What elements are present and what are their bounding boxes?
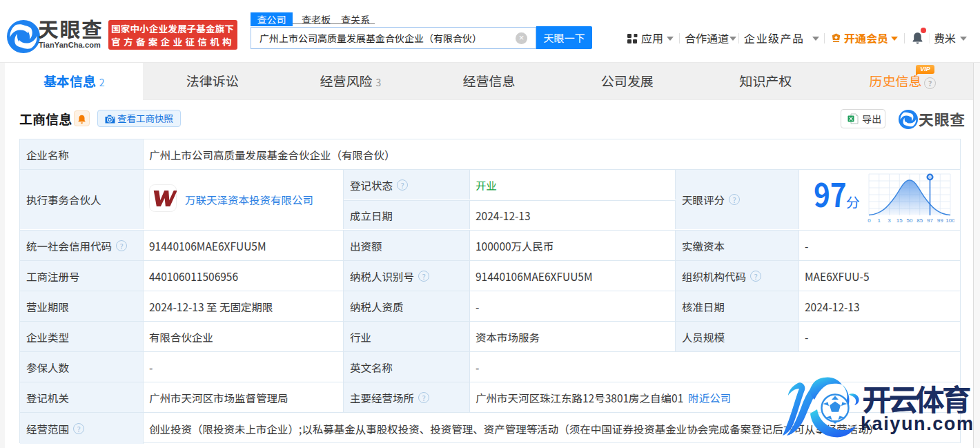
svg-text:0: 0 xyxy=(868,217,871,224)
svg-text:97: 97 xyxy=(927,217,933,224)
svg-text:85: 85 xyxy=(917,217,923,224)
svg-text:50: 50 xyxy=(907,217,913,224)
svg-text:100: 100 xyxy=(945,217,954,224)
svg-text:3: 3 xyxy=(888,217,891,224)
svg-text:15: 15 xyxy=(896,217,903,224)
svg-text:99: 99 xyxy=(937,217,943,224)
svg-text:1: 1 xyxy=(878,217,881,224)
